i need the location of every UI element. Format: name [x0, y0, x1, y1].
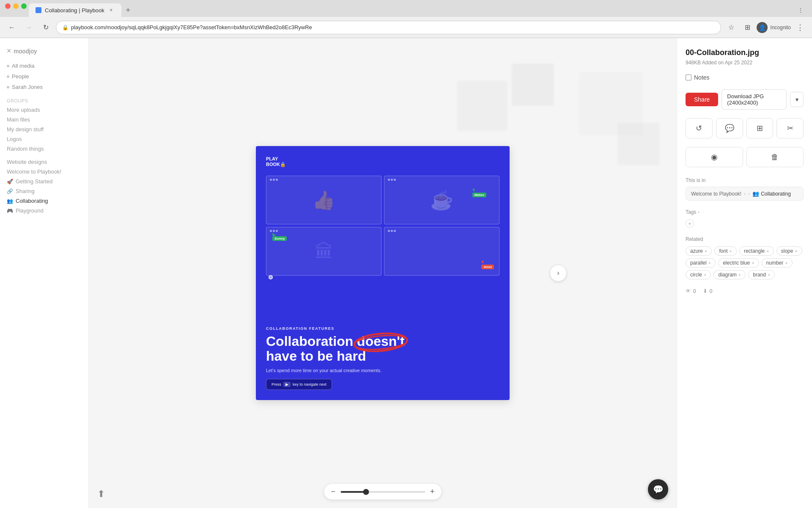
- window-controls: [0, 3, 32, 9]
- comment-icon-btn[interactable]: 💬: [716, 118, 743, 138]
- dot-icon: [7, 86, 9, 88]
- sidebar-item-playground[interactable]: 🎮 Playground: [3, 206, 85, 215]
- share-btn[interactable]: Share: [686, 93, 718, 106]
- breadcrumb-sep: ›: [744, 191, 746, 197]
- tag-number[interactable]: number+: [762, 258, 793, 268]
- tag-font[interactable]: font+: [714, 246, 736, 256]
- sidebar-item-random[interactable]: Random things: [3, 144, 85, 154]
- tag-electric-blue[interactable]: electric blue+: [718, 258, 759, 268]
- delete-icon-btn[interactable]: 🗑: [746, 147, 804, 167]
- trash-icon: 🗑: [771, 153, 779, 162]
- address-bar[interactable]: 🔒 playbook.com/moodjoy/sqLqqk8PoLgkjgqiX…: [56, 21, 721, 34]
- chat-icon: 💬: [653, 484, 664, 494]
- tag-brand[interactable]: brand+: [748, 270, 775, 279]
- breadcrumb[interactable]: Welcome to Playbook! › › 👥 Collaborating: [686, 187, 804, 201]
- sidebar-item-design-stuff[interactable]: My design stuff: [3, 124, 85, 134]
- sidebar-item-website[interactable]: Website designs: [3, 157, 85, 167]
- sidebar-header: × moodjoy: [0, 45, 88, 61]
- copy-icon: ⊞: [757, 124, 763, 133]
- tag-circle[interactable]: circle+: [686, 270, 711, 279]
- back-btn[interactable]: ←: [5, 21, 19, 34]
- visibility-icon-btn[interactable]: ◉: [686, 147, 743, 167]
- chrome-icon-btn[interactable]: ⊞: [741, 21, 754, 34]
- notes-section: Notes: [686, 74, 804, 81]
- cursor-mateo: Mateo: [472, 193, 486, 197]
- this-is-in-section: This is in Welcome to Playbook! › › 👥 Co…: [686, 177, 804, 201]
- sidebar-item-sharing[interactable]: 🔗 Sharing: [3, 186, 85, 196]
- win-max-btn[interactable]: [21, 3, 27, 9]
- profile-btn[interactable]: 👤: [757, 22, 768, 33]
- group-icon: 🚀: [7, 179, 13, 185]
- tags-dot: •: [698, 210, 700, 215]
- sidebar-item-all-media[interactable]: All media: [3, 61, 85, 71]
- sidebar-item-sarah[interactable]: Sarah Jones: [3, 82, 85, 92]
- tab-close-btn[interactable]: ×: [108, 7, 115, 14]
- active-tab[interactable]: Collaborating | Playbook ×: [29, 3, 121, 17]
- chat-bubble[interactable]: 💬: [648, 479, 668, 500]
- file-title: 00-Collaboration.jpg: [686, 48, 804, 57]
- download-btn[interactable]: Download JPG (2400x2400): [721, 89, 787, 110]
- zoom-controls: − +: [324, 484, 441, 500]
- downloads-stat: ⬇ 0: [703, 288, 713, 294]
- lock-icon: 🔒: [62, 25, 69, 30]
- forward-btn[interactable]: →: [22, 21, 36, 34]
- bookmark-btn[interactable]: ☆: [724, 21, 738, 34]
- reload-btn[interactable]: ↻: [39, 21, 52, 34]
- sidebar-item-people[interactable]: People: [3, 71, 85, 82]
- press-key: ▶: [283, 382, 291, 387]
- viewer-area: PLAYBOOK🔒 👍: [89, 38, 677, 508]
- sidebar-label: People: [12, 73, 29, 80]
- sidebar-item-logos[interactable]: Logos: [3, 134, 85, 144]
- collab-headline: Collaboration doesn't have to be hard: [266, 334, 499, 364]
- close-icon[interactable]: ×: [7, 47, 11, 55]
- tag-slope[interactable]: slope+: [776, 246, 802, 256]
- panels-grid: 👍 Mateo: [266, 176, 499, 276]
- sidebar-label: Sharing: [16, 188, 35, 194]
- incognito-label: Incognito: [770, 25, 791, 30]
- views-count: 0: [693, 288, 696, 294]
- group-icon: 🎮: [7, 208, 13, 214]
- url-text: playbook.com/moodjoy/sqLqqk8PoLgkjgqiXy7…: [71, 24, 312, 30]
- sidebar-item-more-uploads[interactable]: More uploads: [3, 105, 85, 115]
- new-tab-btn[interactable]: +: [121, 3, 135, 17]
- download-dropdown-btn[interactable]: ▾: [790, 92, 804, 107]
- views-stat: 👁 0: [686, 288, 696, 294]
- tab-favicon: [36, 7, 41, 13]
- win-close-btn[interactable]: [5, 3, 11, 9]
- next-image-btn[interactable]: ›: [550, 265, 567, 282]
- win-min-btn[interactable]: [13, 3, 19, 9]
- related-section: Related azure+ font+ rectangle+ slope+ p…: [686, 236, 804, 279]
- dot-icon: [7, 75, 9, 78]
- tags-add-btn[interactable]: +: [686, 219, 694, 228]
- zoom-slider-thumb[interactable]: [363, 489, 369, 495]
- sidebar-label: All media: [12, 63, 34, 69]
- zoom-slider-track[interactable]: [340, 491, 425, 493]
- sidebar-item-collaborating[interactable]: 👥 Collaborating: [3, 196, 85, 206]
- sidebar-section-groups: Groups: [0, 92, 88, 105]
- tags-cloud: azure+ font+ rectangle+ slope+ parallel+…: [686, 246, 804, 279]
- tag-parallel[interactable]: parallel+: [686, 258, 716, 268]
- panel-2: Mateo ☕: [384, 176, 499, 224]
- sidebar-item-main-files[interactable]: Main files: [3, 115, 85, 124]
- sidebar-label: Logos: [7, 136, 22, 142]
- sidebar-label: My design stuff: [7, 126, 44, 133]
- this-is-in-label: This is in: [686, 177, 804, 183]
- tag-diagram[interactable]: diagram+: [713, 270, 746, 279]
- sidebar-item-getting-started[interactable]: 🚀 Getting Started: [3, 177, 85, 186]
- zoom-plus-btn[interactable]: +: [430, 487, 435, 496]
- zoom-minus-btn[interactable]: −: [331, 487, 335, 496]
- crop-icon-btn[interactable]: ✂: [776, 118, 804, 138]
- profile-icon: 👤: [759, 24, 766, 31]
- cursor-sunny: Sunny: [272, 236, 287, 241]
- image-container: PLAYBOOK🔒 👍: [256, 146, 510, 400]
- browser-toolbar: ← → ↻ 🔒 playbook.com/moodjoy/sqLqqk8PoLg…: [0, 17, 812, 38]
- sidebar-item-welcome[interactable]: Welcome to Playbook!: [3, 167, 85, 177]
- rotate-icon-btn[interactable]: ↺: [686, 118, 713, 138]
- menu-btn[interactable]: ⋮: [793, 21, 807, 34]
- upload-btn[interactable]: ⬆: [97, 489, 105, 500]
- dot-icon: [7, 65, 9, 67]
- tag-rectangle[interactable]: rectangle+: [739, 246, 774, 256]
- copy-icon-btn[interactable]: ⊞: [746, 118, 774, 138]
- eye-stat-icon: 👁: [686, 288, 691, 294]
- tag-azure[interactable]: azure+: [686, 246, 712, 256]
